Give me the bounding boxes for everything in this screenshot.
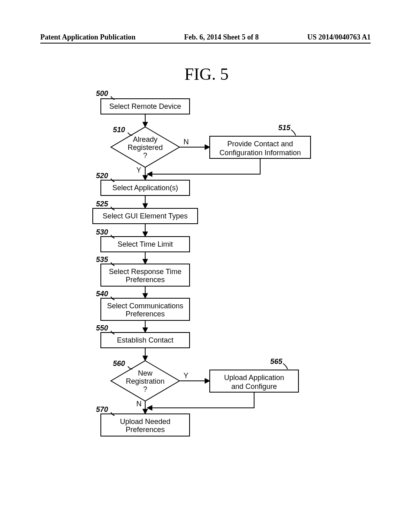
header-center: Feb. 6, 2014 Sheet 5 of 8 <box>184 33 259 42</box>
node-570-l2: Preferences <box>125 426 165 434</box>
node-510-l2: Registered <box>127 143 163 152</box>
node-535-l2: Preferences <box>125 276 165 284</box>
node-510-l1: Already <box>133 135 157 143</box>
label-510-N: N <box>184 138 189 146</box>
ref-530: 530 <box>96 228 108 236</box>
ref-510: 510 <box>113 126 125 134</box>
ref-560-tick <box>128 366 132 369</box>
figure-title: FIG. 5 <box>0 64 413 84</box>
node-535-l1: Select Response Time <box>109 268 181 276</box>
node-515-l2: Configuration Information <box>219 149 301 157</box>
header-rule <box>40 43 371 44</box>
node-565-l1: Upload Application <box>224 374 284 382</box>
ref-515: 515 <box>278 124 291 132</box>
node-500-text: Select Remote Device <box>109 102 181 110</box>
ref-565: 565 <box>270 357 283 366</box>
header-left: Patent Application Publication <box>40 33 136 42</box>
ref-510-tick <box>128 133 132 135</box>
label-560-Y: Y <box>184 372 188 380</box>
node-520-text: Select Application(s) <box>112 184 178 192</box>
node-515-l1: Provide Contact and <box>227 140 293 148</box>
ref-535: 535 <box>96 256 108 264</box>
node-525-text: Select GUI Element Types <box>103 212 188 220</box>
ref-560: 560 <box>113 360 125 368</box>
node-550-text: Establish Contact <box>117 336 173 344</box>
flowchart: Select Remote Device 500 Already Registe… <box>81 91 331 491</box>
ref-500: 500 <box>96 91 108 98</box>
label-560-N: N <box>136 400 142 408</box>
node-570-l1: Upload Needed <box>120 418 170 426</box>
node-565-l2: and Configure <box>231 382 277 391</box>
page-header: Patent Application Publication Feb. 6, 2… <box>0 33 413 42</box>
ref-520: 520 <box>96 172 108 180</box>
edge-515-merge <box>147 158 260 174</box>
ref-570: 570 <box>96 405 108 414</box>
node-560-l3: ? <box>143 385 147 393</box>
header-right: US 2014/0040763 A1 <box>307 33 371 42</box>
node-510-l3: ? <box>143 152 147 160</box>
ref-515-tick <box>291 130 296 135</box>
edge-565-merge <box>147 392 254 408</box>
ref-525: 525 <box>96 200 108 208</box>
node-560-l1: New <box>138 369 153 377</box>
node-540-l1: Select Communications <box>107 302 183 310</box>
label-510-Y: Y <box>136 166 141 174</box>
ref-550: 550 <box>96 324 108 332</box>
ref-540: 540 <box>96 290 108 298</box>
ref-565-tick <box>283 364 288 369</box>
node-540-l2: Preferences <box>125 310 165 318</box>
node-560-l2: Registration <box>126 377 165 385</box>
node-530-text: Select Time Limit <box>117 240 173 248</box>
